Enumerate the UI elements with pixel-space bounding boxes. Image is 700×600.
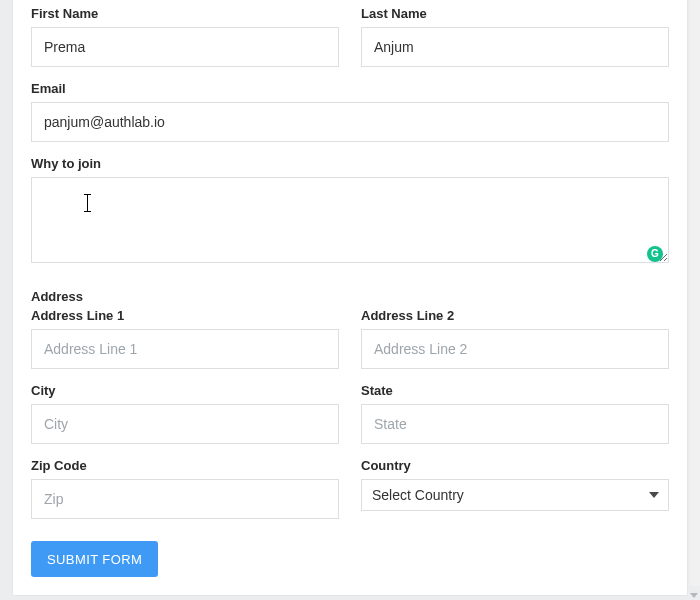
scroll-down-icon[interactable] (690, 593, 698, 598)
city-input[interactable] (31, 404, 339, 444)
zip-label: Zip Code (31, 458, 339, 473)
why-join-textarea[interactable] (31, 177, 669, 263)
last-name-input[interactable] (361, 27, 669, 67)
form-viewport: First Name Last Name Email Why to join G… (0, 0, 700, 600)
address-line1-input[interactable] (31, 329, 339, 369)
country-label: Country (361, 458, 669, 473)
why-join-wrap: G (31, 177, 669, 267)
scrollbar-track[interactable] (690, 0, 700, 586)
email-label: Email (31, 81, 669, 96)
first-name-input[interactable] (31, 27, 339, 67)
address-section-label: Address (31, 289, 669, 304)
address-line2-input[interactable] (361, 329, 669, 369)
address-line2-label: Address Line 2 (361, 308, 669, 323)
why-join-label: Why to join (31, 156, 669, 171)
first-name-label: First Name (31, 6, 339, 21)
zip-input[interactable] (31, 479, 339, 519)
address-line1-label: Address Line 1 (31, 308, 339, 323)
state-input[interactable] (361, 404, 669, 444)
city-label: City (31, 383, 339, 398)
state-label: State (361, 383, 669, 398)
country-select-wrap: Select Country (361, 479, 669, 511)
submit-button[interactable]: SUBMIT FORM (31, 541, 158, 577)
form-card: First Name Last Name Email Why to join G… (12, 0, 688, 596)
last-name-label: Last Name (361, 6, 669, 21)
email-input[interactable] (31, 102, 669, 142)
country-select[interactable]: Select Country (361, 479, 669, 511)
